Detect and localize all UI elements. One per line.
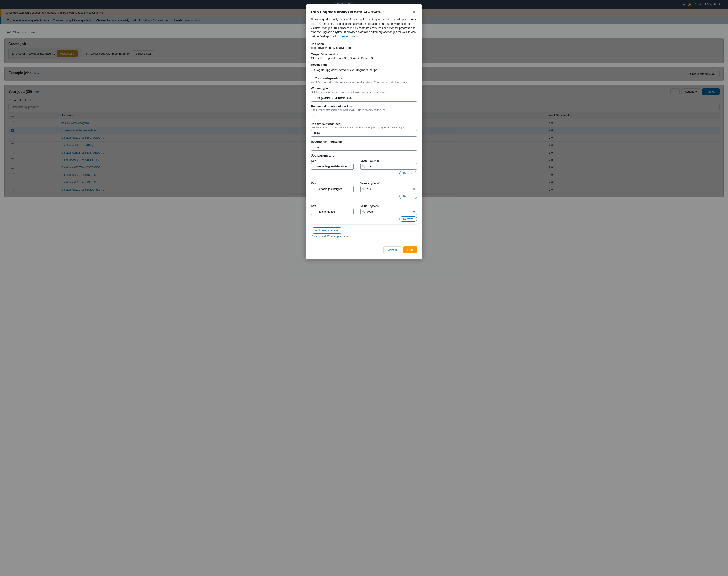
- timeout-field: Job timeout (minutes) Set the execution …: [311, 122, 417, 137]
- value-header-2: Value - optional: [360, 182, 417, 185]
- worker-type-select-wrapper: G 1X (4vCPU and 16GB RAM) ▾: [311, 95, 417, 102]
- modal-result-path: Result path: [311, 63, 417, 73]
- param-key-wrapper-3: 🔍: [311, 209, 358, 215]
- workers-count-label: Requested number of workers: [311, 105, 417, 108]
- security-config-select[interactable]: None: [311, 144, 417, 151]
- param-value-wrapper-2: 🔍 ✕: [360, 186, 417, 192]
- security-config-label: Security configuration: [311, 140, 417, 143]
- param-key-wrapper-2: 🔍: [311, 186, 358, 192]
- value-header-3: Value - optional: [360, 205, 417, 208]
- remove-btn-wrapper-1: Remove: [311, 171, 417, 176]
- param-clear-button-3[interactable]: ✕: [413, 210, 415, 213]
- workers-count-sublabel: The number of workers you want AWS Glue …: [311, 109, 417, 111]
- value-header-1: Value - optional: [360, 159, 417, 162]
- param-headers-1: Key Value - optional: [311, 159, 417, 162]
- remove-btn-wrapper-2: Remove: [311, 194, 417, 199]
- result-path-label: Result path: [311, 63, 417, 66]
- param-value-wrapper-1: 🔍 ✕: [360, 163, 417, 170]
- worker-type-select[interactable]: G 1X (4vCPU and 16GB RAM): [311, 95, 417, 102]
- param-headers-2: Key Value - optional: [311, 182, 417, 185]
- param-inputs-3: 🔍 🔍 ✕: [311, 209, 417, 215]
- param-value-input-3[interactable]: [360, 209, 417, 215]
- param-clear-button-1[interactable]: ✕: [413, 165, 415, 168]
- remove-param-button-1[interactable]: Remove: [399, 171, 417, 176]
- modal-overlay: Run upgrade analysis with AI - preview ✕…: [0, 0, 728, 576]
- run-config-desc: AWS Glue use defaults from your job conf…: [311, 81, 417, 84]
- job-name-value: book-reviews-daily-analytics-job: [311, 46, 417, 50]
- param-inputs-1: 🔍 🔍 ✕: [311, 163, 417, 170]
- learn-more-link[interactable]: Learn more ↗: [341, 35, 358, 38]
- modal-close-button[interactable]: ✕: [411, 10, 417, 15]
- param-inputs-2: 🔍 🔍 ✕: [311, 186, 417, 192]
- modal-title: Run upgrade analysis with AI - preview: [311, 10, 383, 15]
- job-name-label: Job name: [311, 42, 417, 46]
- modal-target-version: Target Glue version Glue 4.0 - Support S…: [311, 53, 417, 60]
- modal-header: Run upgrade analysis with AI - preview ✕: [311, 10, 417, 15]
- job-parameters-title: Job parameters: [311, 154, 417, 157]
- run-config-header[interactable]: ▼ Run configuration: [311, 77, 417, 80]
- timeout-label: Job timeout (minutes): [311, 122, 417, 126]
- key-header-2: Key: [311, 182, 358, 185]
- param-value-wrapper-3: 🔍 ✕: [360, 209, 417, 215]
- security-config-field: Security configuration None ▾: [311, 140, 417, 151]
- workers-count-input[interactable]: [311, 113, 417, 119]
- more-params-note: You can add 47 more parameters.: [311, 235, 417, 238]
- worker-type-sublabel: Set the type of predefined worker that i…: [311, 91, 417, 93]
- modal-description: Spark upgrades analyzes your Spark appli…: [311, 18, 417, 39]
- param-headers-3: Key Value - optional: [311, 205, 417, 208]
- param-key-input-3[interactable]: [311, 209, 354, 215]
- remove-param-button-2[interactable]: Remove: [399, 194, 417, 199]
- upgrade-modal: Run upgrade analysis with AI - preview ✕…: [305, 4, 423, 259]
- param-key-wrapper-1: 🔍: [311, 163, 358, 170]
- param-value-input-1[interactable]: [360, 163, 417, 170]
- param-key-input-1[interactable]: [311, 163, 354, 170]
- cancel-button[interactable]: Cancel: [383, 247, 401, 253]
- remove-param-button-3[interactable]: Remove: [399, 216, 417, 222]
- target-version-value: Glue 4.0 - Support Spark 3.3, Scala 2, P…: [311, 56, 417, 60]
- run-button[interactable]: Run: [403, 247, 417, 253]
- timeout-input[interactable]: [311, 130, 417, 137]
- worker-type-label: Worker type: [311, 87, 417, 90]
- param-clear-button-2[interactable]: ✕: [413, 187, 415, 191]
- security-config-select-wrapper: None ▾: [311, 144, 417, 151]
- remove-btn-wrapper-3: Remove: [311, 216, 417, 222]
- key-header-3: Key: [311, 205, 358, 208]
- param-row-1: Key Value - optional 🔍 🔍 ✕: [311, 159, 417, 176]
- key-header-1: Key: [311, 159, 358, 162]
- collapse-triangle-icon: ▼: [311, 77, 313, 79]
- add-param-button[interactable]: Add new parameter: [311, 227, 343, 234]
- modal-footer: Cancel Run: [311, 242, 417, 253]
- worker-type-field: Worker type Set the type of predefined w…: [311, 87, 417, 102]
- workers-count-field: Requested number of workers The number o…: [311, 105, 417, 119]
- modal-job-name: Job name book-reviews-daily-analytics-jo…: [311, 42, 417, 50]
- param-row-2: Key Value - optional 🔍 🔍 ✕: [311, 182, 417, 199]
- job-parameters-section: Job parameters Key Value - optional 🔍 🔍: [311, 154, 417, 238]
- modal-run-config: ▼ Run configuration AWS Glue use default…: [311, 77, 417, 151]
- param-value-input-2[interactable]: [360, 186, 417, 192]
- result-path-input[interactable]: [311, 67, 417, 73]
- timeout-sublabel: Set the execution time. The default is 2…: [311, 126, 417, 129]
- param-row-3: Key Value - optional 🔍 🔍 ✕: [311, 205, 417, 222]
- target-version-label: Target Glue version: [311, 53, 417, 56]
- param-key-input-2[interactable]: [311, 186, 354, 192]
- run-config-title: Run configuration: [315, 77, 342, 80]
